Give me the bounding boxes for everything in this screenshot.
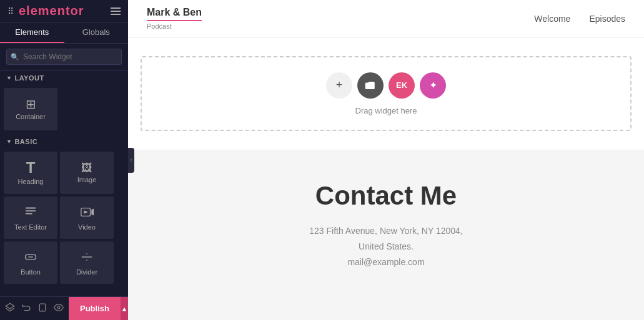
container-icon: ⊞ xyxy=(26,98,36,110)
sidebar-header-left: ⠿ elementor xyxy=(7,4,84,18)
widget-heading[interactable]: T Heading xyxy=(4,152,57,194)
basic-widget-grid: T Heading 🖼 Image Text Editor Video Butt… xyxy=(0,149,128,288)
heading-icon: T xyxy=(26,160,36,175)
layout-widget-grid: ⊞ Container xyxy=(0,85,128,134)
main-content: Mark & Ben Podcast Welcome Episodes + EK… xyxy=(128,0,644,320)
drop-ek-button[interactable]: EK xyxy=(389,72,415,99)
drop-zone[interactable]: + EK ✦ Drag widget here xyxy=(141,56,632,131)
image-label: Image xyxy=(77,176,97,183)
search-area: 🔍 xyxy=(0,44,128,70)
section-basic-header[interactable]: ▼ Basic xyxy=(0,134,128,149)
container-label: Container xyxy=(16,113,46,120)
svg-marker-4 xyxy=(91,208,94,215)
grid-icon[interactable]: ⠿ xyxy=(7,6,14,16)
sidebar: ⠿ elementor Elements Globals 🔍 ▼ Layout … xyxy=(0,0,128,320)
nav-brand: Mark & Ben Podcast xyxy=(147,6,202,30)
chevron-up-icon: ▲ xyxy=(121,305,128,313)
video-icon xyxy=(80,205,94,221)
brand-sub: Podcast xyxy=(147,20,202,31)
section-basic-label: Basic xyxy=(14,138,37,145)
widget-text-editor[interactable]: Text Editor xyxy=(4,196,57,239)
widget-image[interactable]: 🖼 Image xyxy=(60,152,114,194)
layers-icon[interactable] xyxy=(5,303,15,314)
text-editor-icon xyxy=(24,205,37,221)
contact-section: Contact Me 123 Fifth Avenue, New York, N… xyxy=(128,150,644,289)
svg-rect-1 xyxy=(26,210,36,211)
nav-link-welcome[interactable]: Welcome xyxy=(534,14,570,24)
section-layout-header[interactable]: ▼ Layout xyxy=(0,70,128,85)
button-label: Button xyxy=(21,268,41,276)
section-layout-label: Layout xyxy=(14,74,44,82)
publish-button[interactable]: Publish xyxy=(69,297,121,321)
chevron-icon: ▼ xyxy=(6,75,12,81)
sidebar-header: ⠿ elementor xyxy=(0,0,128,22)
contact-address-line1: 123 Fifth Avenue, New York, NY 12004, xyxy=(141,223,632,239)
svg-marker-11 xyxy=(6,303,14,309)
collapse-handle[interactable]: ‹ xyxy=(128,148,134,173)
svg-rect-0 xyxy=(26,207,36,208)
drop-zone-buttons: + EK ✦ xyxy=(326,72,446,99)
text-editor-label: Text Editor xyxy=(14,223,47,231)
eye-icon[interactable] xyxy=(54,303,64,314)
brand-name: Mark & Ben xyxy=(147,6,202,18)
device-icon[interactable] xyxy=(37,303,47,314)
sidebar-bottom: Publish ▲ xyxy=(0,296,128,320)
nav-bar: Mark & Ben Podcast Welcome Episodes xyxy=(128,0,644,37)
svg-marker-10 xyxy=(86,259,87,261)
drop-text: Drag widget here xyxy=(355,106,417,115)
undo-icon[interactable] xyxy=(21,303,31,314)
svg-point-14 xyxy=(57,306,60,309)
drop-star-button[interactable]: ✦ xyxy=(420,72,446,99)
widget-video[interactable]: Video xyxy=(60,196,114,239)
drop-plus-button[interactable]: + xyxy=(326,72,352,99)
widget-container[interactable]: ⊞ Container xyxy=(4,88,57,130)
svg-marker-5 xyxy=(84,210,87,214)
svg-rect-2 xyxy=(26,213,32,214)
widget-divider[interactable]: Divider xyxy=(60,241,114,284)
drop-zone-wrapper: + EK ✦ Drag widget here xyxy=(128,37,644,150)
contact-address-line2: United States. xyxy=(141,239,632,255)
search-input[interactable] xyxy=(6,49,122,65)
contact-title: Contact Me xyxy=(141,181,632,211)
contact-address: 123 Fifth Avenue, New York, NY 12004, Un… xyxy=(141,223,632,271)
hamburger-menu[interactable] xyxy=(111,7,121,15)
button-icon xyxy=(24,250,37,266)
nav-links: Welcome Episodes xyxy=(534,14,625,24)
publish-arrow-button[interactable]: ▲ xyxy=(121,297,128,321)
nav-link-episodes[interactable]: Episodes xyxy=(589,14,625,24)
divider-label: Divider xyxy=(76,268,97,276)
drop-folder-button[interactable] xyxy=(357,72,384,99)
tab-globals[interactable]: Globals xyxy=(64,22,129,43)
contact-email: mail@example.com xyxy=(141,255,632,270)
sidebar-tabs: Elements Globals xyxy=(0,22,128,44)
video-label: Video xyxy=(78,223,96,231)
content-area: + EK ✦ Drag widget here Contact Me 123 F… xyxy=(128,37,644,320)
bottom-icons-group xyxy=(0,303,69,314)
divider-icon xyxy=(80,250,94,266)
svg-marker-9 xyxy=(86,253,87,254)
elementor-logo: elementor xyxy=(19,4,84,18)
search-icon: 🔍 xyxy=(11,53,19,61)
widget-button[interactable]: Button xyxy=(4,241,57,284)
chevron-icon-2: ▼ xyxy=(6,138,12,145)
tab-elements[interactable]: Elements xyxy=(0,22,64,43)
heading-label: Heading xyxy=(18,178,44,185)
image-icon: 🖼 xyxy=(81,162,92,173)
